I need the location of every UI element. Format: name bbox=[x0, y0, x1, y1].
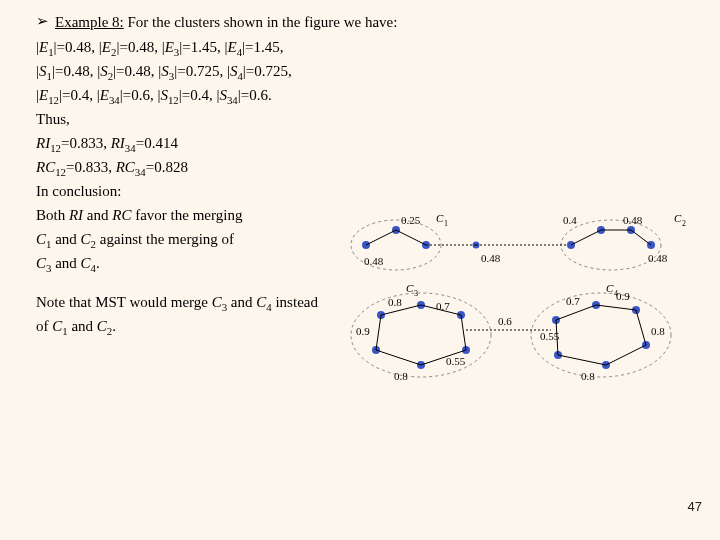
eq-S-line: |S1|=0.48, |S2|=0.48, |S3|=0.725, |S4|=0… bbox=[36, 63, 692, 80]
svg-line-16 bbox=[571, 230, 601, 245]
txt-c12a: and bbox=[51, 231, 80, 247]
eq-RC-line: RC12=0.833, RC34=0.828 bbox=[36, 159, 366, 176]
in-conclusion-label: In conclusion: bbox=[36, 183, 366, 200]
fig-c3-0.9: 0.9 bbox=[356, 325, 370, 337]
txt-note-a: Note that MST would merge bbox=[36, 294, 212, 310]
fig-edge-0.48-a: 0.48 bbox=[364, 255, 384, 267]
cluster-figure: C1 C2 0.48 0.25 0.48 bbox=[326, 210, 706, 390]
txt-c34a: and bbox=[51, 255, 80, 271]
fig-edge-0.48-between: 0.48 bbox=[481, 252, 501, 264]
sym-C1: C bbox=[36, 231, 46, 247]
sym-C3: C bbox=[36, 255, 46, 271]
fig-c3-0.8b: 0.8 bbox=[394, 370, 408, 382]
val-E12: 0.4 bbox=[70, 87, 89, 103]
txt-note-c: instead bbox=[272, 294, 318, 310]
fig-c4-0.8a: 0.8 bbox=[651, 325, 665, 337]
fig-edge-0.48-c: 0.48 bbox=[648, 252, 668, 264]
txt-note2-a: of bbox=[36, 318, 52, 334]
val-E34: 0.6 bbox=[131, 87, 150, 103]
sym-C2b: C bbox=[97, 318, 107, 334]
eq-E-line: |E1|=0.48, |E2|=0.48, |E3|=1.45, |E4|=1.… bbox=[36, 39, 692, 56]
eq-ES-pair-line: |E12|=0.4, |E34|=0.6, |S12|=0.4, |S34|=0… bbox=[36, 87, 692, 104]
val-RC12: 0.833 bbox=[74, 159, 108, 175]
txt-note-b: and bbox=[227, 294, 256, 310]
svg-line-7 bbox=[366, 230, 396, 245]
sym-RC: RC bbox=[112, 207, 131, 223]
sym-RI: RI bbox=[69, 207, 83, 223]
fig-label-C3: C bbox=[406, 282, 414, 294]
conclusion-line-1: Both RI and RC favor the merging bbox=[36, 207, 366, 224]
eq-RI-line: RI12=0.833, RI34=0.414 bbox=[36, 135, 366, 152]
cluster-svg: C1 C2 0.48 0.25 0.48 bbox=[326, 210, 706, 390]
svg-line-18 bbox=[631, 230, 651, 245]
val-E2: 0.48 bbox=[128, 39, 154, 55]
left-column: RI12=0.833, RI34=0.414 RC12=0.833, RC34=… bbox=[36, 135, 366, 272]
fig-label-C2: C bbox=[674, 212, 682, 224]
fig-c3-0.7: 0.7 bbox=[436, 300, 450, 312]
val-S2: 0.48 bbox=[125, 63, 151, 79]
sym-C3b: C bbox=[212, 294, 222, 310]
header-text: Example 8: For the clusters shown in the… bbox=[55, 12, 397, 32]
val-E1: 0.48 bbox=[65, 39, 91, 55]
fig-c3-0.8a: 0.8 bbox=[388, 296, 402, 308]
svg-text:1: 1 bbox=[444, 219, 448, 228]
fig-edge-0.4: 0.4 bbox=[563, 214, 577, 226]
txt-both-c: favor the merging bbox=[131, 207, 242, 223]
fig-edge-0.25: 0.25 bbox=[401, 214, 421, 226]
page-number: 47 bbox=[688, 499, 702, 514]
conclusion-line-3: C3 and C4. bbox=[36, 255, 366, 272]
example-label: Example 8: bbox=[55, 14, 124, 30]
thus-label: Thus, bbox=[36, 111, 692, 128]
bullet-arrow-icon: ➢ bbox=[36, 12, 49, 32]
fig-edge-0.6: 0.6 bbox=[498, 315, 512, 327]
fig-c4-0.7: 0.7 bbox=[566, 295, 580, 307]
fig-c4-ring bbox=[552, 301, 650, 369]
svg-line-8 bbox=[396, 230, 426, 245]
val-S34: 0.6 bbox=[249, 87, 268, 103]
val-RI34: 0.414 bbox=[144, 135, 178, 151]
svg-text:2: 2 bbox=[682, 219, 686, 228]
svg-point-1 bbox=[561, 220, 661, 270]
val-S3: 0.725 bbox=[186, 63, 220, 79]
sym-C2: C bbox=[81, 231, 91, 247]
fig-c4-0.55: 0.55 bbox=[540, 330, 560, 342]
val-RC34: 0.828 bbox=[154, 159, 188, 175]
header-row: ➢ Example 8: For the clusters shown in t… bbox=[36, 12, 692, 32]
sym-C4: C bbox=[81, 255, 91, 271]
val-S4: 0.725 bbox=[254, 63, 288, 79]
fig-label-C4: C bbox=[606, 282, 614, 294]
svg-text:3: 3 bbox=[414, 289, 418, 298]
val-RI12: 0.833 bbox=[69, 135, 103, 151]
txt-both-b: and bbox=[83, 207, 112, 223]
txt-note2-b: and bbox=[68, 318, 97, 334]
header-rest: For the clusters shown in the figure we … bbox=[124, 14, 398, 30]
fig-c3-0.55: 0.55 bbox=[446, 355, 466, 367]
sym-C1b: C bbox=[52, 318, 62, 334]
val-E4: 1.45 bbox=[254, 39, 280, 55]
fig-c4-0.9: 0.9 bbox=[616, 290, 630, 302]
val-S12: 0.4 bbox=[190, 87, 209, 103]
fig-label-C1: C bbox=[436, 212, 444, 224]
fig-edge-0.48-b: 0.48 bbox=[623, 214, 643, 226]
sym-C4b: C bbox=[256, 294, 266, 310]
txt-c12b: against the merging of bbox=[96, 231, 234, 247]
val-S1: 0.48 bbox=[63, 63, 89, 79]
conclusion-line-2: C1 and C2 against the merging of bbox=[36, 231, 366, 248]
txt-both-a: Both bbox=[36, 207, 69, 223]
fig-c4-0.8b: 0.8 bbox=[581, 370, 595, 382]
slide: ➢ Example 8: For the clusters shown in t… bbox=[0, 0, 720, 540]
val-E3: 1.45 bbox=[191, 39, 217, 55]
